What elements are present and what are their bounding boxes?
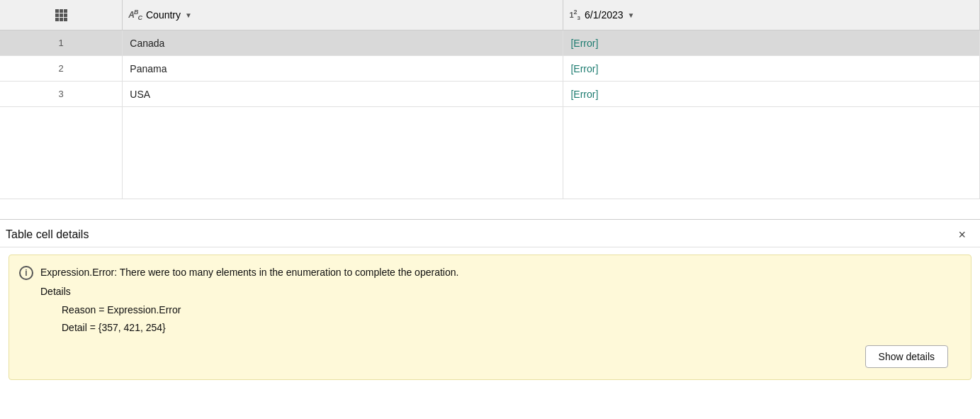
details-title: Table cell details — [6, 228, 89, 241]
close-button[interactable]: × — [955, 228, 969, 241]
row-value: [Error] — [563, 30, 980, 56]
col-header-country: ABC Country ▼ — [123, 0, 563, 30]
table-row[interactable]: 3 USA [Error] — [0, 82, 980, 107]
error-box-header: i Expression.Error: There were too many … — [19, 265, 959, 280]
abc-type-icon: ABC — [128, 9, 142, 21]
table-row[interactable]: 2 Panama [Error] — [0, 56, 980, 82]
error-box: i Expression.Error: There were too many … — [9, 255, 971, 380]
show-details-button[interactable]: Show details — [865, 345, 948, 368]
reason-line: Reason = Expression.Error — [62, 301, 959, 319]
empty-row — [0, 107, 980, 199]
detail-line: Detail = {357, 421, 254} — [62, 319, 959, 337]
table-section: ABC Country ▼ 123 6/1/2023 ▼ 1 Canada — [0, 0, 980, 220]
details-label: Details — [40, 286, 959, 297]
row-index: 3 — [0, 82, 123, 107]
col-country-dropdown[interactable]: ▼ — [185, 11, 192, 19]
error-message: Expression.Error: There were too many el… — [40, 265, 458, 280]
col-country-label: Country — [146, 9, 181, 21]
details-panel: Table cell details × i Expression.Error:… — [0, 220, 980, 419]
num-type-icon: 123 — [569, 9, 580, 21]
col-date-dropdown[interactable]: ▼ — [628, 11, 635, 19]
row-country: Canada — [123, 30, 563, 56]
col-date-label: 6/1/2023 — [585, 9, 624, 21]
table-row[interactable]: 1 Canada [Error] — [0, 30, 980, 56]
info-icon: i — [19, 266, 33, 280]
details-content: Reason = Expression.Error Detail = {357,… — [62, 301, 959, 337]
col-header-date: 123 6/1/2023 ▼ — [563, 0, 980, 30]
grid-icon — [55, 9, 67, 21]
data-table: ABC Country ▼ 123 6/1/2023 ▼ 1 Canada — [0, 0, 980, 199]
row-index: 2 — [0, 56, 123, 82]
row-country: Panama — [123, 56, 563, 82]
row-value: [Error] — [563, 82, 980, 107]
details-header: Table cell details × — [0, 220, 980, 247]
row-value: [Error] — [563, 56, 980, 82]
row-country: USA — [123, 82, 563, 107]
col-header-index — [0, 0, 123, 30]
row-index: 1 — [0, 30, 123, 56]
